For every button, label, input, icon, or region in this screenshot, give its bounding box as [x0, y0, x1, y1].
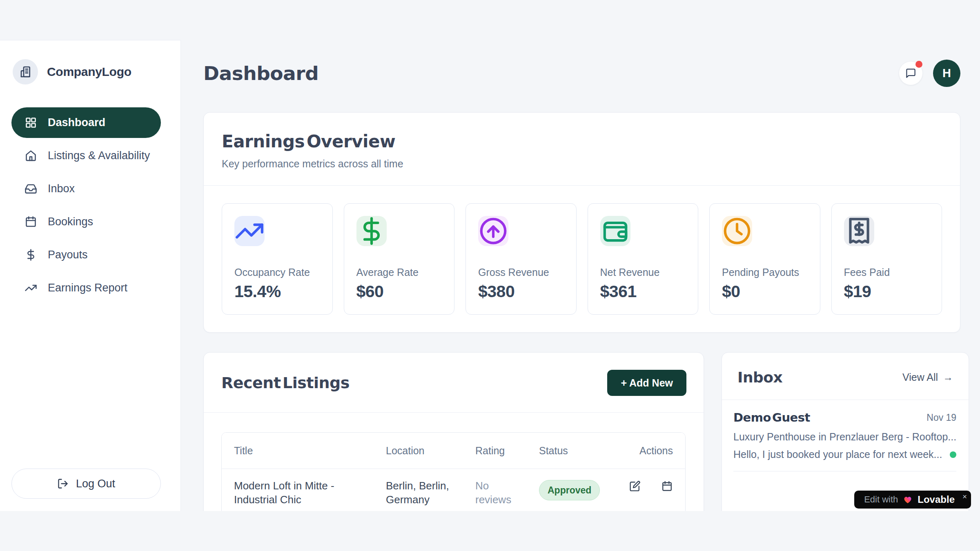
column-title: Title — [222, 445, 374, 457]
metric-label: Pending Payouts — [722, 267, 808, 278]
arrow-right-icon: → — [943, 371, 953, 383]
metric-value: $361 — [600, 282, 686, 301]
trending-up-icon — [24, 282, 37, 294]
metric-value: $380 — [478, 282, 564, 301]
dollar-icon — [24, 249, 37, 261]
metric-value: $19 — [844, 282, 930, 301]
sidebar-item-listings[interactable]: Listings & Availability — [11, 140, 161, 171]
column-actions: Actions — [612, 445, 685, 457]
message-sender: Demo Guest — [733, 411, 810, 424]
metric-pending-payouts: Pending Payouts $0 — [709, 203, 820, 315]
sidebar-item-label: Earnings Report — [48, 282, 127, 294]
add-new-button[interactable]: + Add New — [607, 370, 686, 396]
close-icon[interactable]: × — [962, 493, 967, 500]
inbox-title: Inbox — [737, 369, 782, 386]
receipt-dollar-icon — [844, 216, 874, 246]
listing-title: Modern Loft in Mitte - Industrial Chic — [222, 479, 374, 507]
sidebar-item-label: Payouts — [48, 249, 88, 261]
column-status: Status — [527, 445, 612, 457]
main-content: Dashboard H Earnings Overview Key perfor… — [181, 60, 980, 511]
earnings-subtitle: Key performance metrics across all time — [222, 158, 942, 170]
house-icon — [24, 149, 37, 162]
earnings-overview-card: Earnings Overview Key performance metric… — [203, 112, 960, 333]
sidebar-item-bookings[interactable]: Bookings — [11, 207, 161, 237]
column-location: Location — [374, 445, 463, 457]
logout-icon — [57, 478, 69, 489]
sidebar: CompanyLogo Dashboard Listings & Availab… — [0, 40, 181, 511]
avatar[interactable]: H — [933, 60, 960, 87]
recent-listings-card: Recent Listings + Add New Title Location… — [203, 352, 704, 511]
status-badge: Approved — [539, 480, 600, 500]
sidebar-nav: Dashboard Listings & Availability Inbox … — [0, 107, 180, 303]
logout-button[interactable]: Log Out — [11, 469, 161, 499]
earnings-title: Earnings Overview — [222, 131, 942, 151]
clock-icon — [722, 216, 752, 246]
sidebar-item-label: Dashboard — [48, 116, 105, 129]
dollar-icon — [356, 216, 387, 246]
chat-bubble-icon — [905, 68, 916, 79]
table-row: Modern Loft in Mitte - Industrial Chic B… — [222, 469, 685, 511]
notification-dot — [915, 61, 922, 68]
metric-value: $0 — [722, 282, 808, 301]
metrics-row: Occupancy Rate 15.4% Average Rate $60 Gr… — [204, 186, 960, 332]
inbox-message[interactable]: Demo Guest Nov 19 Luxury Penthouse in Pr… — [733, 400, 956, 471]
listing-status-cell: Approved — [527, 479, 612, 500]
edit-icon[interactable] — [629, 480, 641, 492]
sidebar-item-label: Inbox — [48, 182, 75, 195]
lovable-brand: Lovable — [918, 494, 955, 505]
metric-gross-revenue: Gross Revenue $380 — [466, 203, 577, 315]
message-preview: Hello, I just booked your place for next… — [733, 449, 942, 460]
listings-table: Title Location Rating Status Actions Mod… — [221, 432, 686, 511]
logout-label: Log Out — [76, 478, 115, 490]
inbox-icon — [24, 182, 37, 195]
listing-rating: No reviews — [463, 479, 527, 507]
listing-actions — [612, 479, 685, 492]
metric-value: 15.4% — [234, 282, 320, 301]
lovable-prefix: Edit with — [864, 494, 898, 505]
company-logo-icon — [13, 59, 38, 84]
logo-text: CompanyLogo — [47, 65, 131, 79]
lovable-heart-icon — [902, 495, 913, 504]
sidebar-item-label: Listings & Availability — [48, 149, 150, 162]
wallet-icon — [600, 216, 630, 246]
logo: CompanyLogo — [0, 40, 180, 84]
recent-listings-title: Recent Listings — [221, 374, 350, 392]
column-rating: Rating — [463, 445, 527, 457]
inbox-card: Inbox View All → Demo Guest Nov 19 Luxur… — [722, 352, 969, 511]
sidebar-item-earnings-report[interactable]: Earnings Report — [11, 273, 161, 303]
unread-dot — [950, 451, 956, 458]
app-viewport: CompanyLogo Dashboard Listings & Availab… — [0, 0, 980, 511]
page-title: Dashboard — [203, 60, 318, 87]
metric-label: Gross Revenue — [478, 267, 564, 278]
sidebar-item-inbox[interactable]: Inbox — [11, 173, 161, 204]
metric-label: Fees Paid — [844, 267, 930, 278]
message-subject: Luxury Penthouse in Prenzlauer Berg - Ro… — [733, 431, 956, 443]
view-all-link[interactable]: View All → — [902, 371, 953, 383]
chat-button[interactable] — [899, 62, 922, 85]
metric-fees-paid: Fees Paid $19 — [831, 203, 942, 315]
sidebar-item-label: Bookings — [48, 216, 93, 228]
calendar-icon[interactable] — [661, 480, 673, 492]
metric-value: $60 — [356, 282, 442, 301]
calendar-icon — [24, 216, 37, 228]
topbar: Dashboard H — [203, 60, 960, 87]
view-all-label: View All — [902, 371, 938, 383]
table-header: Title Location Rating Status Actions — [222, 433, 685, 469]
trending-up-icon — [234, 216, 265, 246]
grid-icon — [24, 116, 37, 129]
metric-label: Average Rate — [356, 267, 442, 278]
metric-occupancy-rate: Occupancy Rate 15.4% — [222, 203, 333, 315]
metric-label: Net Revenue — [600, 267, 686, 278]
metric-average-rate: Average Rate $60 — [344, 203, 455, 315]
lovable-badge[interactable]: Edit with Lovable × — [854, 491, 971, 509]
arrow-up-circle-icon — [478, 216, 508, 246]
listing-location: Berlin, Berlin, Germany — [374, 479, 463, 507]
message-date: Nov 19 — [927, 412, 956, 423]
metric-net-revenue: Net Revenue $361 — [588, 203, 699, 315]
sidebar-item-dashboard[interactable]: Dashboard — [11, 107, 161, 138]
sidebar-item-payouts[interactable]: Payouts — [11, 240, 161, 270]
metric-label: Occupancy Rate — [234, 267, 320, 278]
